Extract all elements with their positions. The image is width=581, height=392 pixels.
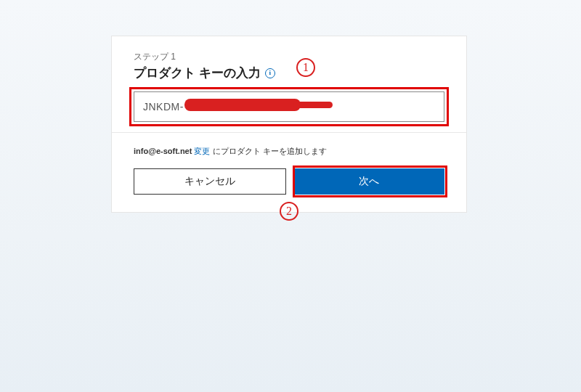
next-button[interactable]: 次へ: [293, 168, 444, 195]
cancel-button[interactable]: キャンセル: [134, 168, 286, 195]
step-label: ステップ 1: [134, 51, 444, 63]
redaction-mark: [184, 99, 301, 111]
button-row: キャンセル 次へ: [134, 168, 444, 195]
product-key-card: ステップ 1 プロダクト キーの入力 i info@e-soft.net 変更 …: [111, 36, 467, 213]
account-info-line: info@e-soft.net 変更 にプロダクト キーを追加します: [134, 146, 444, 157]
info-icon[interactable]: i: [265, 68, 275, 78]
divider: [112, 132, 466, 133]
account-email: info@e-soft.net: [134, 147, 192, 155]
page-title: プロダクト キーの入力: [134, 65, 261, 81]
account-suffix-text: にプロダクト キーを追加します: [213, 147, 327, 155]
change-account-link[interactable]: 変更: [194, 147, 210, 155]
title-row: プロダクト キーの入力 i: [134, 65, 444, 81]
product-key-input-wrap: [134, 91, 444, 122]
